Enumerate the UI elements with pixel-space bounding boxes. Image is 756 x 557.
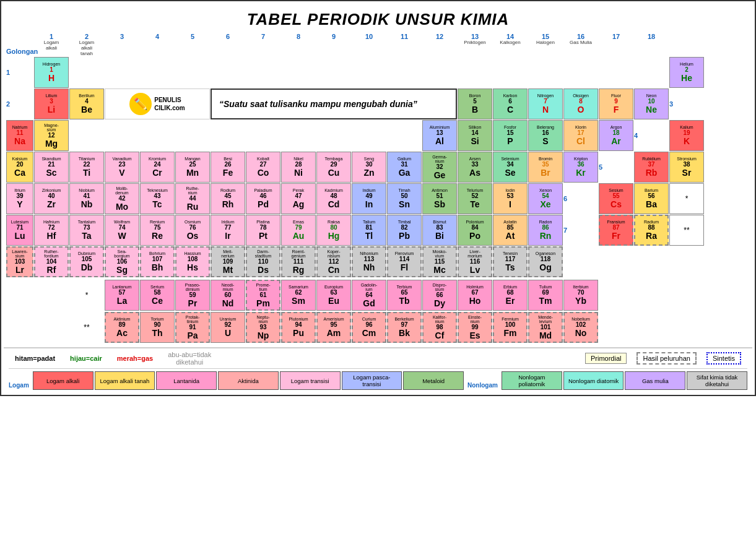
- element-Cf: Kalifor-nium 98 Cf: [422, 312, 457, 343]
- element-Mt: Meit-nerium 109 Mt: [211, 246, 245, 277]
- page-title: TABEL PERIODIK UNSUR KIMIA: [4, 4, 752, 33]
- element-Pt: Platina 78 Pt: [246, 215, 280, 246]
- element-Yb: Iterbium 70 Yb: [563, 280, 598, 311]
- element-Ar: Argon 18 Ar: [599, 120, 633, 151]
- element-Th: Torium 90 Th: [140, 312, 175, 343]
- element-Sb: Antimon 51 Sb: [422, 183, 457, 214]
- element-Tm: Tulium 69 Tm: [528, 280, 563, 311]
- element-Te: Telurium 52 Te: [458, 183, 492, 214]
- quote-box: “Suatu saat tulisanku mampu mengubah dun…: [211, 89, 457, 119]
- element-Db: Dubnium 105 Db: [69, 246, 104, 277]
- element-Np: Neptu-nium 93 Np: [246, 312, 280, 343]
- element-Mg: Magne-sium 12 Mg: [34, 120, 69, 151]
- element-Tc: Teknesium 43 Tc: [140, 183, 175, 214]
- element-Al: Aluminium 13 Al: [422, 120, 457, 151]
- element-Pa: Protak-tinium 91 Pa: [175, 312, 210, 343]
- origin-hasil: Hasil peluruhan: [637, 352, 696, 365]
- period-1-label: 1: [6, 57, 33, 88]
- type-alkali: Logam alkali: [33, 371, 93, 390]
- element-Si: Silikon 14 Si: [458, 120, 492, 151]
- group-16-header: 16Gas Mulia: [563, 33, 598, 56]
- element-Pm: Prome-tium 61 Pm: [246, 280, 280, 311]
- element-Hg: Raksa 80 Hg: [316, 215, 351, 246]
- element-Dy: Dispro-sium 66 Dy: [422, 280, 457, 311]
- element-Cd: Kadmium 48 Cd: [316, 183, 351, 214]
- element-Es: Einste-nium 99 Es: [458, 312, 492, 343]
- type-transisi: Logam transisi: [280, 371, 341, 390]
- element-Nd: Neodi-mium 60 Nd: [211, 280, 245, 311]
- element-Bh: Bohrium 107 Bh: [140, 246, 175, 277]
- golongan-label: Golongan: [6, 33, 33, 56]
- element-La: Lantanum 57 La: [105, 280, 139, 311]
- element-Ta: Tantalum 73 Ta: [69, 215, 104, 246]
- type-alkearth: Logam alkali tanah: [95, 371, 155, 390]
- element-Sg: Sea-borgium 106 Sg: [105, 246, 139, 277]
- state-hijau: hijau=cair: [70, 355, 102, 362]
- type-noble: Gas mulia: [625, 371, 685, 390]
- element-Os: Osmium 76 Os: [175, 215, 210, 246]
- period-3-label: 3: [669, 89, 704, 119]
- element-grid: 1 Hidrogen 1 H: [6, 57, 750, 277]
- element-Ba: Barium 56 Ba: [634, 183, 669, 214]
- element-Ts: Tenesin 117 Ts: [493, 246, 528, 277]
- element-N: Nitrogen 7 N: [528, 89, 563, 119]
- element-Zr: Zirkonium 40 Zr: [34, 183, 69, 214]
- group-14-header: 14Kalkogen: [493, 33, 528, 56]
- element-Ds: Darm-stadtium 110 Ds: [246, 246, 280, 277]
- origin-sintetis: Sintetis: [706, 352, 741, 365]
- element-Sr: Stronsium 38 Sr: [669, 152, 704, 183]
- period-7-label: 7: [563, 215, 598, 246]
- element-Ir: Iridium 77 Ir: [211, 215, 245, 246]
- element-Rb: Rubidium 37 Rb: [634, 152, 669, 183]
- element-Rf: Ruther-fordium 104 Rf: [34, 246, 69, 277]
- type-pasca: Logam pasca-transisi: [342, 371, 402, 390]
- lanthanide-row: * Lantanum 57 La Serium 58 Ce Praseo-dim…: [6, 280, 750, 311]
- element-Nb: Niobium 41 Nb: [69, 183, 104, 214]
- element-Md: Mende-levium 101 Md: [528, 312, 563, 343]
- element-Tl: Talium 81 Tl: [352, 215, 386, 246]
- element-No: Nobelium 102 No: [563, 312, 598, 343]
- element-Ce: Serium 58 Ce: [140, 280, 175, 311]
- element-Y: Itrium 39 Y: [6, 183, 33, 214]
- element-U: Uranium 92 U: [211, 312, 245, 343]
- element-At: Astatin 85 At: [493, 215, 528, 246]
- element-Ac: Aktinium 89 Ac: [105, 312, 139, 343]
- period-2-label: 2: [6, 89, 33, 119]
- element-Pu: Plutonium 94 Pu: [281, 312, 316, 343]
- page-container: TABEL PERIODIK UNSUR KIMIA Golongan 1Log…: [0, 0, 756, 396]
- element-Br: Bromin 35 Br: [528, 152, 563, 183]
- type-metaloid: Metaloid: [403, 371, 464, 390]
- actinide-row: ** Aktinium 89 Ac Torium 90 Th Protak-ti…: [6, 312, 750, 343]
- element-Ca: Kalsium 20 Ca: [6, 152, 33, 183]
- type-nondia: Nonlogam diatomik: [563, 371, 624, 390]
- group-13-header: 13Pniktogen: [458, 33, 492, 56]
- element-Sc: Skandium 21 Sc: [34, 152, 69, 183]
- element-C: Karbon 6 C: [493, 89, 528, 119]
- state-abu: abu-abu=tidakdiketahui: [168, 351, 211, 366]
- element-In: Indium 49 In: [352, 183, 386, 214]
- element-Ru: Ruthe-nium 44 Ru: [175, 183, 210, 214]
- element-Gd: Gadolin-ium 64 Gd: [352, 280, 386, 311]
- group-15-header: 15Halogen: [528, 33, 563, 56]
- element-Xe: Xenon 54 Xe: [528, 183, 563, 214]
- element-Au: Emas 79 Au: [281, 215, 316, 246]
- element-Tb: Terbium 65 Tb: [387, 280, 422, 311]
- element-W: Wolfram 74 W: [105, 215, 139, 246]
- element-Be: Berilium 4 Be: [69, 89, 104, 119]
- periodic-table: Golongan 1Logamalkali 2Logamalkalitanah …: [4, 33, 752, 392]
- element-Ga: Galium 31 Ga: [387, 152, 422, 183]
- type-unknown: Sifat kimia tidak diketahui: [687, 371, 747, 390]
- logo-text: PENULISCILIK.com: [154, 96, 185, 112]
- element-Ge: Germa-nium 32 Ge: [422, 152, 457, 183]
- element-Eu: Europium 63 Eu: [316, 280, 351, 311]
- element-Ti: Titanium 22 Ti: [69, 152, 104, 183]
- element-As: Arsen 33 As: [458, 152, 492, 183]
- element-Hf: Hafnium 72 Hf: [34, 215, 69, 246]
- element-Ne: Neon 10 Ne: [634, 89, 669, 119]
- element-Lu: Lutesium 71 Lu: [6, 215, 33, 246]
- type-aktinida: Aktinida: [218, 371, 279, 390]
- element-Fe: Besi 26 Fe: [211, 152, 245, 183]
- element-Cr: Kromium 24 Cr: [140, 152, 175, 183]
- element-Se: Selenium 34 Se: [493, 152, 528, 183]
- element-V: Vanadium 23 V: [105, 152, 139, 183]
